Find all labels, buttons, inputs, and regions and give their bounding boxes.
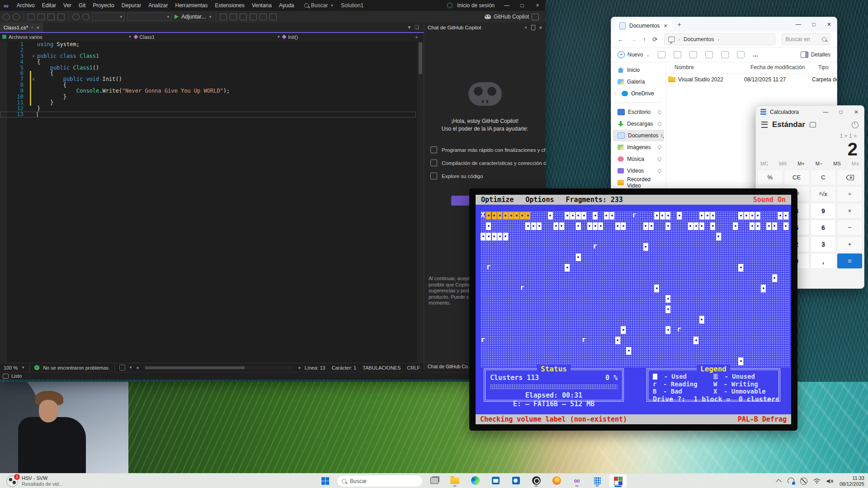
vs-sign-in-button[interactable]: Inicio de sesión <box>457 2 495 9</box>
platform-dropdown[interactable]: ▼ <box>127 13 172 21</box>
indent-icon[interactable] <box>259 14 267 20</box>
save-all-icon[interactable] <box>57 14 65 20</box>
pin-icon[interactable] <box>531 25 535 30</box>
status-tabs[interactable]: TABULACIONES <box>363 365 401 371</box>
chevron-down-icon[interactable]: ▼ <box>129 366 132 370</box>
vs-close-button[interactable]: × <box>530 0 545 11</box>
undo-icon[interactable] <box>72 14 80 20</box>
explorer-close-button[interactable]: ✕ <box>821 18 837 31</box>
taskbar-recorder-app[interactable] <box>528 474 545 487</box>
taskbar-file-explorer[interactable] <box>446 474 463 487</box>
video-player[interactable] <box>0 382 128 473</box>
sidebar-item-inicio[interactable]: Inicio <box>613 64 664 76</box>
tab-class1-cs[interactable]: Class1.cs* ∘ × <box>0 23 43 32</box>
new-button[interactable]: + Nuevo ⌄ <box>618 51 650 58</box>
add-icon[interactable]: + <box>415 34 418 40</box>
paste-icon[interactable] <box>689 51 697 58</box>
sidebar-item-descargas[interactable]: Descargas <box>613 118 664 130</box>
breadcrumb-member[interactable]: Init() <box>288 34 298 40</box>
status-line[interactable]: Línea: 13 <box>305 365 326 371</box>
keep-on-top-icon[interactable] <box>810 122 816 127</box>
build-icon[interactable] <box>220 14 227 20</box>
calc-key-[interactable]: % <box>757 169 783 185</box>
scroll-right-icon[interactable]: ▸ <box>298 365 301 371</box>
editor-vertical-scrollbar[interactable] <box>417 41 424 363</box>
menu-icon[interactable] <box>761 122 768 128</box>
breadcrumb-scope[interactable]: Archivos varios <box>9 34 42 40</box>
code-line-13[interactable]: 13 <box>0 112 416 117</box>
sidebar-item-galeria[interactable]: Galería <box>613 76 664 88</box>
vs-menu-git[interactable]: Git <box>75 0 89 11</box>
wifi-icon[interactable] <box>813 479 821 484</box>
start-button[interactable] <box>316 474 334 488</box>
calc-key-9[interactable]: 9 <box>811 203 836 219</box>
defrag-sound-toggle[interactable]: Sound On <box>753 196 786 204</box>
chevron-down-icon[interactable]: ▼ <box>21 366 25 370</box>
details-view-button[interactable]: Detalles <box>801 52 830 58</box>
taskbar-edge-browser[interactable] <box>467 474 484 487</box>
calc-key-ce[interactable]: CE <box>784 169 810 185</box>
explorer-maximize-button[interactable]: □ <box>806 18 821 31</box>
calc-key-[interactable]: + <box>837 236 863 252</box>
taskbar-defrag-app[interactable] <box>609 474 627 488</box>
taskbar-visual-studio[interactable]: ∞ <box>568 474 585 487</box>
explorer-minimize-button[interactable]: — <box>791 18 806 31</box>
tray-chevron-icon[interactable] <box>776 479 782 485</box>
calc-key-[interactable]: ÷ <box>837 186 863 202</box>
close-icon[interactable]: × <box>539 25 542 30</box>
rename-icon[interactable] <box>705 51 713 58</box>
vs-menu-extensiones[interactable]: Extensiones <box>212 0 248 11</box>
memory-m[interactable]: M+ <box>797 161 805 167</box>
new-project-icon[interactable] <box>28 14 35 20</box>
code-line-12[interactable]: 12} <box>0 106 416 112</box>
editor-window-icon[interactable] <box>230 14 237 20</box>
vs-menu-ver[interactable]: Ver <box>60 0 75 11</box>
split-window-icon[interactable]: ❏ <box>415 25 419 30</box>
vs-menu-depurar[interactable]: Depurar <box>118 0 145 11</box>
fold-arrow-icon[interactable]: ∨ <box>30 53 37 59</box>
sidebar-item-escritorio[interactable]: Escritorio <box>613 106 664 118</box>
calc-key-[interactable]: = <box>837 253 863 269</box>
sidebar-item-documentos[interactable]: Documentos <box>613 130 664 141</box>
chevron-down-icon[interactable]: ▼ <box>208 15 212 19</box>
back-icon[interactable]: ← <box>618 36 624 43</box>
status-eol[interactable]: CRLF <box>407 365 420 371</box>
code-line-1[interactable]: 1using System; <box>0 42 416 47</box>
expander-icon[interactable]: › <box>615 91 618 96</box>
sidebar-item-musica[interactable]: Música <box>613 153 664 165</box>
delete-icon[interactable] <box>737 51 745 58</box>
code-line-5[interactable]: 5 public Class1() <box>0 65 416 71</box>
up-icon[interactable]: ↑ <box>643 36 646 43</box>
code-editor[interactable]: 1using System;23∨public class Class14{5 … <box>0 41 424 363</box>
vs-menu-analizar[interactable]: Analizar <box>145 0 171 11</box>
address-path[interactable]: Documentos <box>684 36 714 42</box>
pin-icon[interactable]: ∘ <box>31 25 33 30</box>
configuration-dropdown[interactable]: ▼ <box>92 13 125 21</box>
sidebar-item-imagenes[interactable]: Imágenes <box>613 141 664 153</box>
defrag-menu-optimize[interactable]: Optimize <box>481 196 514 204</box>
taskbar-task-view[interactable] <box>426 474 443 487</box>
sidebar-item-onedrive[interactable]: ›OneDrive <box>613 88 664 99</box>
open-file-icon[interactable] <box>38 14 45 20</box>
code-line-11[interactable]: 11 } <box>0 100 416 106</box>
spellcheck-icon[interactable] <box>240 14 247 20</box>
code-line-10[interactable]: 10 } <box>0 94 416 100</box>
calc-key-[interactable]: , <box>811 253 836 269</box>
chevron-down-icon[interactable]: ▼ <box>277 35 280 39</box>
calc-key-[interactable]: × <box>837 203 863 219</box>
calculator-mode[interactable]: Estándar <box>772 120 805 129</box>
vs-attach-button[interactable]: Adjuntar... <box>181 14 206 20</box>
copy-icon[interactable] <box>674 51 681 58</box>
taskbar-microsoft-store[interactable] <box>487 474 504 487</box>
vs-menu-herramientas[interactable]: Herramientas <box>172 0 212 11</box>
calc-key-x[interactable]: ²√x <box>811 186 836 202</box>
vs-copilot-button[interactable]: GitHub Copilot <box>494 14 529 20</box>
taskbar-outlook[interactable] <box>507 474 524 487</box>
refresh-icon[interactable]: ⟳ <box>652 36 658 43</box>
file-row-visual-studio-2022[interactable]: Visual Studio 202208/12/2025 11:27Carpet… <box>666 74 837 85</box>
calc-key-3[interactable]: 3 <box>811 236 836 252</box>
bookmark-icon[interactable] <box>269 14 277 20</box>
status-char[interactable]: Carácter: 1 <box>332 365 356 371</box>
problems-status[interactable]: No se encontraron problemas. <box>43 365 110 371</box>
navigate-forward-icon[interactable] <box>13 14 20 20</box>
